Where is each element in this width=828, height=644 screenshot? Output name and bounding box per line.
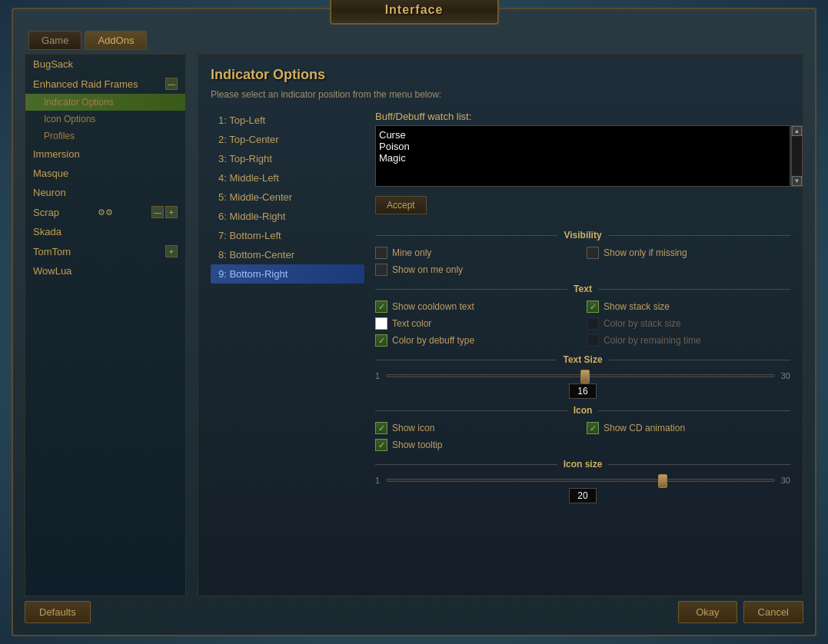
color-by-stack-size-label: Color by stack size — [604, 318, 681, 329]
position-5[interactable]: 5: Middle-Center — [211, 188, 364, 207]
sidebar-item-immersion[interactable]: Immersion — [25, 144, 185, 164]
show-icon-label: Show icon — [392, 423, 434, 433]
sidebar-item-scrap[interactable]: Scrap ⚙⚙ — + — [25, 202, 185, 222]
page-title: Indicator Options — [211, 67, 790, 83]
sidebar: BugSack Enhanced Raid Frames — Indicator… — [25, 54, 186, 596]
scroll-down-btn[interactable]: ▼ — [792, 176, 802, 186]
tab-game[interactable]: Game — [28, 31, 81, 50]
text-size-thumb[interactable] — [580, 370, 590, 383]
color-by-remaining-time-label: Color by remaining time — [604, 335, 701, 346]
option-show-icon: ✓ Show icon — [375, 422, 579, 434]
show-cooldown-text-checkbox[interactable]: ✓ — [375, 300, 387, 313]
text-options: ✓ Show cooldown text ✓ Show stack size T… — [375, 300, 790, 347]
sidebar-item-skada[interactable]: Skada — [25, 222, 185, 241]
text-color-swatch[interactable] — [375, 317, 387, 330]
watch-list-label: Buff/Debuff watch list: — [375, 111, 790, 122]
icon-options-grid: ✓ Show icon ✓ Show CD animation ✓ Show t… — [375, 422, 790, 451]
outer-frame: Interface Game AddOns BugSack Enhanced R… — [12, 8, 816, 636]
icon-size-label: Icon size — [564, 459, 603, 470]
watch-list-item-magic: Magic — [379, 152, 786, 164]
sidebar-item-enhanced-raid-frames[interactable]: Enhanced Raid Frames — — [25, 74, 185, 94]
mine-only-checkbox[interactable] — [375, 247, 387, 259]
content-inner: 1: Top-Left 2: Top-Center 3: Top-Right 4… — [211, 111, 790, 581]
show-tooltip-label: Show tooltip — [392, 440, 442, 450]
visibility-divider: Visibility — [375, 230, 790, 241]
position-3[interactable]: 3: Top-Right — [211, 149, 364, 168]
okay-button[interactable]: Okay — [678, 601, 737, 623]
option-show-tooltip: ✓ Show tooltip — [375, 439, 579, 451]
show-tooltip-checkbox[interactable]: ✓ — [375, 439, 387, 451]
icon-size-slider-container: 1 30 20 — [375, 476, 790, 503]
text-color-label: Text color — [392, 318, 431, 329]
cancel-button[interactable]: Cancel — [743, 601, 803, 623]
option-show-cooldown-text: ✓ Show cooldown text — [375, 300, 579, 313]
title-bar: Interface — [330, 0, 499, 25]
scrap-add-btn[interactable]: + — [165, 206, 178, 218]
divider-line-right2 — [598, 289, 790, 290]
option-color-by-remaining-time: Color by remaining time — [587, 334, 790, 347]
show-cd-animation-label: Show CD animation — [604, 423, 685, 433]
color-by-debuff-type-checkbox[interactable]: ✓ — [375, 334, 387, 347]
position-1[interactable]: 1: Top-Left — [211, 111, 364, 130]
option-mine-only: Mine only — [375, 247, 579, 259]
sidebar-item-indicator-options[interactable]: Indicator Options — [25, 94, 185, 111]
sidebar-item-tomtom[interactable]: TomTom + — [25, 241, 185, 261]
divider-line-right — [608, 235, 790, 236]
watch-list[interactable]: Curse Poison Magic — [375, 125, 790, 187]
position-8[interactable]: 8: Bottom-Center — [211, 245, 364, 264]
visibility-options: Mine only Show only if missing Show on m… — [375, 247, 790, 276]
icon-size-value[interactable]: 20 — [569, 488, 597, 503]
show-cd-animation-checkbox[interactable]: ✓ — [587, 422, 599, 434]
watch-list-scrollbar: ▲ ▼ — [791, 125, 803, 187]
sidebar-item-wowlua[interactable]: WowLua — [25, 261, 185, 281]
color-by-remaining-time-checkbox[interactable] — [587, 334, 599, 347]
sidebar-item-profiles[interactable]: Profiles — [25, 128, 185, 144]
mine-only-label: Mine only — [392, 247, 431, 258]
icon-size-track[interactable] — [386, 479, 775, 482]
position-2[interactable]: 2: Top-Center — [211, 130, 364, 149]
scroll-up-btn[interactable]: ▲ — [792, 126, 802, 136]
option-color-by-stack-size: Color by stack size — [587, 317, 790, 330]
tab-bar: Game AddOns — [28, 31, 147, 50]
expand-tomtom-btn[interactable]: + — [165, 245, 178, 257]
scrap-remove-btn[interactable]: — — [151, 206, 164, 218]
option-color-by-debuff-type: ✓ Color by debuff type — [375, 334, 579, 347]
collapse-enhanced-raid-frames-btn[interactable]: — — [165, 78, 178, 90]
icon-size-max: 30 — [781, 476, 790, 485]
option-show-only-if-missing: Show only if missing — [587, 247, 790, 259]
defaults-button[interactable]: Defaults — [25, 601, 91, 623]
show-on-me-only-checkbox[interactable] — [375, 264, 387, 276]
sidebar-item-icon-options[interactable]: Icon Options — [25, 111, 185, 128]
icon-divider: Icon — [375, 405, 790, 416]
text-size-value[interactable]: 16 — [569, 383, 597, 399]
text-size-slider-row: 1 30 — [375, 371, 790, 380]
sidebar-item-bugsack[interactable]: BugSack — [25, 55, 185, 74]
show-only-if-missing-label: Show only if missing — [604, 247, 687, 258]
show-on-me-only-label: Show on me only — [392, 264, 463, 275]
show-icon-checkbox[interactable]: ✓ — [375, 422, 387, 434]
option-show-cd-animation: ✓ Show CD animation — [587, 422, 790, 434]
divider-line-left — [375, 235, 557, 236]
option-text-color: Text color — [375, 317, 579, 330]
show-stack-size-checkbox[interactable]: ✓ — [587, 300, 599, 313]
accept-button[interactable]: Accept — [375, 196, 427, 214]
position-7[interactable]: 7: Bottom-Left — [211, 226, 364, 245]
position-6[interactable]: 6: Middle-Right — [211, 207, 364, 226]
sidebar-item-neuron[interactable]: Neuron — [25, 183, 185, 202]
icon-size-thumb[interactable] — [658, 474, 667, 488]
divider-line-left2 — [375, 289, 567, 290]
scrap-gear-icon: ⚙⚙ — [98, 207, 113, 217]
text-size-divider: Text Size — [375, 354, 790, 365]
scroll-track — [792, 136, 802, 176]
icon-size-slider-row: 1 30 — [375, 476, 790, 485]
text-size-label: Text Size — [563, 354, 602, 365]
text-size-track[interactable] — [386, 374, 775, 377]
show-only-if-missing-checkbox[interactable] — [587, 247, 599, 259]
color-by-stack-size-checkbox[interactable] — [587, 317, 599, 330]
position-4[interactable]: 4: Middle-Left — [211, 168, 364, 188]
text-size-min: 1 — [375, 371, 380, 380]
sidebar-item-masque[interactable]: Masque — [25, 164, 185, 183]
position-9[interactable]: 9: Bottom-Right — [211, 264, 364, 284]
tab-addons[interactable]: AddOns — [85, 31, 147, 50]
position-list: 1: Top-Left 2: Top-Center 3: Top-Right 4… — [211, 111, 364, 581]
